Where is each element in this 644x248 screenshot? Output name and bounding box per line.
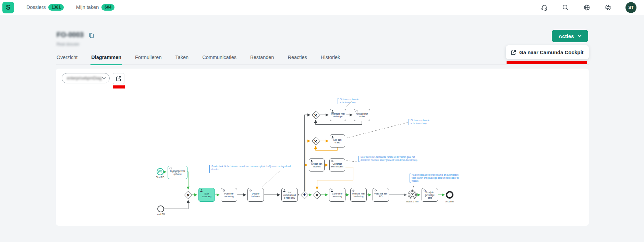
page-title: FO-0003 <box>57 31 84 39</box>
globe-icon[interactable] <box>583 4 591 11</box>
red-annotation-bar <box>507 61 587 64</box>
dossiers-count-badge: 1381 <box>48 4 64 10</box>
tab-bestanden[interactable]: Bestanden <box>250 52 275 64</box>
page-subtitle: Real dossier <box>57 42 80 47</box>
user-icon <box>331 135 334 139</box>
clock-icon <box>410 193 415 197</box>
task-verstuur-mail[interactable]: Verstuur mail beslissing <box>350 188 367 202</box>
gear-icon[interactable] <box>604 4 612 11</box>
user-icon <box>330 189 333 192</box>
task-publiceer-aanvraag[interactable]: Publiceer aanvraag <box>221 188 237 202</box>
gateway-xor[interactable]: × <box>184 191 192 199</box>
acties-button[interactable]: Acties <box>552 30 588 42</box>
event-label: Afsluiten <box>439 200 461 203</box>
end-event[interactable] <box>446 191 453 199</box>
task-interactie-burger[interactable]: Interactie met de burger <box>330 109 346 121</box>
task-stel-een-vraag[interactable]: Stel een vraag <box>330 134 345 147</box>
tab-communicaties[interactable]: Communicaties <box>202 52 237 64</box>
user-avatar[interactable]: ST <box>625 2 636 13</box>
task-voeg-toe-aan-fo[interactable]: Voeg toe aan FO <box>373 188 389 202</box>
nav-item-label: Mijn taken <box>76 4 99 10</box>
text-annotation: Servicetaak die het dossier omzet van ee… <box>209 165 296 173</box>
user-icon <box>200 189 203 192</box>
task-controleer-aanvraag[interactable]: Controleer aanvraag <box>329 188 345 202</box>
chevron-down-icon <box>578 35 582 37</box>
diagram-card: enterprisebpmDiag <box>56 69 589 226</box>
gear-icon <box>331 160 334 163</box>
task-logingegevens-ophalen[interactable]: Logingegevens ophalen <box>168 166 187 179</box>
red-annotation-bar <box>113 85 125 88</box>
text-annotation: Dit is een optionele actie in een loop <box>338 98 363 104</box>
task-verwijder-data[interactable]: Verwijder gevoelige data <box>422 188 438 202</box>
cloud-icon <box>169 167 172 170</box>
tab-taken[interactable]: Taken <box>174 52 189 64</box>
bpmn-flows <box>56 69 589 226</box>
gear-icon <box>222 189 225 192</box>
gear-icon <box>352 189 355 192</box>
event-label: Wacht 2 min <box>401 200 423 203</box>
gateway-xor[interactable]: × <box>312 137 320 145</box>
user-icon <box>310 160 313 163</box>
timer-event[interactable] <box>408 190 417 199</box>
task-creeer-incident[interactable]: Creëer een incident <box>309 158 325 172</box>
taken-count-badge: 604 <box>101 4 114 10</box>
external-link-icon <box>511 50 516 55</box>
text-annotation: Door deze niet-bestaande functie uit te … <box>359 156 420 162</box>
event-label: start BO <box>150 213 172 215</box>
search-icon[interactable] <box>562 4 569 11</box>
bpmn-diagram[interactable]: Start FO start BO Wacht 2 min Afsluiten … <box>56 69 589 226</box>
gateway-parallel[interactable]: + <box>300 191 308 199</box>
gateway-xor[interactable]: × <box>313 191 321 199</box>
nav-item-mijn-taken[interactable]: Mijn taken 604 <box>76 4 114 10</box>
start-event-plain[interactable] <box>157 205 164 212</box>
headset-icon[interactable] <box>540 4 548 11</box>
app-logo[interactable]: S <box>2 2 14 13</box>
nav-item-label: Dossiers <box>26 4 46 10</box>
gear-icon <box>249 189 252 192</box>
gear-icon <box>423 189 426 192</box>
copy-icon[interactable] <box>88 33 95 39</box>
gear-icon <box>374 189 377 192</box>
task-test-communicatie[interactable]: test communicatie read only <box>281 188 298 202</box>
task-start-aanvraag[interactable]: Start aanvraag <box>198 188 215 202</box>
task-dossier-indienen[interactable]: Dossier indienen <box>247 188 264 202</box>
tab-formulieren[interactable]: Formulieren <box>134 52 162 64</box>
text-annotation: Dit is een optionele actie in een loop <box>409 119 434 125</box>
tab-overzicht[interactable]: Overzicht <box>56 52 78 64</box>
cloud-icon <box>355 110 358 113</box>
gateway-xor[interactable]: × <box>312 111 320 119</box>
nav-item-dossiers[interactable]: Dossiers 1381 <box>26 4 64 10</box>
tab-reacties[interactable]: Reacties <box>287 52 307 64</box>
tab-historiek[interactable]: Historiek <box>320 52 341 64</box>
user-icon <box>283 189 286 192</box>
tab-diagrammen[interactable]: Diagrammen <box>90 52 122 65</box>
task-antwoordformulier[interactable]: Antwoordformulier <box>354 109 370 121</box>
start-event-message[interactable] <box>157 168 164 175</box>
top-navbar: S Dossiers 1381 Mijn taken 604 ST <box>0 0 644 15</box>
menu-item-label: Ga naar Camunda Cockpit <box>519 49 584 55</box>
text-annotation: Na een bepaalde periode kan je er automa… <box>410 174 460 182</box>
page-bottom-strip <box>0 242 644 248</box>
envelope-icon <box>158 170 162 173</box>
menu-item-camunda-cockpit[interactable]: Ga naar Camunda Cockpit <box>506 45 589 59</box>
user-icon <box>331 110 334 113</box>
task-genereer-incident[interactable]: Genereer een incident <box>329 158 345 172</box>
